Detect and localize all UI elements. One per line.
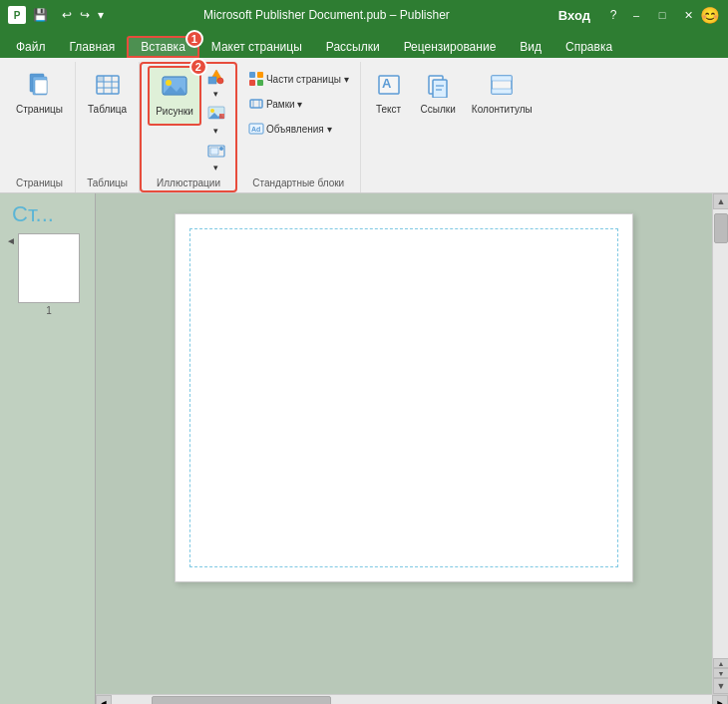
clipart-label: ▾ xyxy=(213,126,218,136)
ribbon-group-text: A Текст Ссылки xyxy=(361,62,545,192)
scroll-down-button[interactable]: ▼ xyxy=(713,678,728,694)
screenshot-button[interactable]: ▾ xyxy=(203,140,229,176)
save-button[interactable]: 💾 xyxy=(30,6,51,24)
undo-redo-group: ↩ ↪ ▾ xyxy=(59,6,107,24)
svg-text:A: A xyxy=(382,76,392,91)
links-label: Ссылки xyxy=(421,104,456,116)
text-group-items: A Текст Ссылки xyxy=(367,64,539,186)
scroll-small-up[interactable]: ▲ xyxy=(713,658,728,668)
border-label: Рамки ▾ xyxy=(266,99,303,110)
tab-home[interactable]: Главная xyxy=(58,36,128,58)
scroll-up-button[interactable]: ▲ xyxy=(713,193,728,209)
pages-group-label: Страницы xyxy=(16,176,63,190)
text-button[interactable]: A Текст xyxy=(367,64,411,124)
tab-insert[interactable]: Вставка 1 xyxy=(127,36,199,58)
picture-icon xyxy=(161,74,188,104)
svg-rect-40 xyxy=(492,89,512,94)
app-icon: P xyxy=(8,6,26,24)
page-1-thumbnail[interactable] xyxy=(18,233,80,303)
pages-label: Страницы xyxy=(16,104,63,116)
svg-rect-19 xyxy=(219,114,224,119)
svg-point-10 xyxy=(166,80,172,86)
parts-button[interactable]: Части страницы ▾ xyxy=(243,68,354,90)
scroll-right-button[interactable]: ► xyxy=(712,695,728,705)
scrollbar-track[interactable] xyxy=(713,209,728,658)
tab-file[interactable]: Файл xyxy=(4,36,58,58)
redo-button[interactable]: ↪ xyxy=(77,6,93,24)
headers-label: Колонтитулы xyxy=(472,104,533,116)
pictures-button[interactable]: Рисунки xyxy=(148,66,201,126)
pictures-label: Рисунки xyxy=(156,106,193,118)
undo-button[interactable]: ↩ xyxy=(59,6,75,24)
illustrations-group-label: Иллюстрации xyxy=(157,176,220,190)
headers-icon xyxy=(489,72,515,102)
svg-rect-21 xyxy=(210,148,218,155)
svg-point-17 xyxy=(210,109,214,113)
tab-view[interactable]: Вид xyxy=(508,36,553,58)
canvas-and-scrollbar: ▲ ▲ ▼ ▼ xyxy=(96,193,728,694)
illustrations-small-col: ▾ ▾ xyxy=(203,66,229,176)
border-button[interactable]: Рамки ▾ xyxy=(243,93,354,115)
pages-button[interactable]: Страницы xyxy=(10,64,69,124)
page-panel: Ст... ◄ 1 xyxy=(0,193,96,704)
tab-layout[interactable]: Макет страницы xyxy=(199,36,314,58)
hscroll-thumb[interactable] xyxy=(152,696,331,705)
svg-rect-39 xyxy=(492,76,512,81)
svg-rect-35 xyxy=(433,80,447,98)
blocks-group-items: Части страницы ▾ Рамки ▾ Ad Объявлен xyxy=(243,64,354,176)
window-controls: – □ ✕ xyxy=(624,5,700,25)
headers-button[interactable]: Колонтитулы xyxy=(466,64,539,124)
links-icon xyxy=(425,72,451,102)
feedback-smiley[interactable]: 😊 xyxy=(700,6,720,25)
scroll-left-button[interactable]: ◄ xyxy=(96,695,112,705)
pages-group-items: Страницы xyxy=(10,64,69,176)
app-name-button[interactable]: Вход xyxy=(546,8,602,23)
minimize-button[interactable]: – xyxy=(624,5,648,25)
tab-mailing[interactable]: Рассылки xyxy=(314,36,392,58)
table-icon xyxy=(95,72,121,102)
links-button[interactable]: Ссылки xyxy=(415,64,462,124)
advertising-icon: Ad xyxy=(248,121,264,137)
svg-rect-2 xyxy=(35,80,47,94)
svg-rect-23 xyxy=(249,72,255,78)
table-button[interactable]: Таблица xyxy=(82,64,133,124)
quick-access-dropdown[interactable]: ▾ xyxy=(95,6,107,24)
clipart-button[interactable]: ▾ xyxy=(203,103,229,139)
shapes-button[interactable]: ▾ xyxy=(203,66,229,102)
help-icon[interactable]: ? xyxy=(602,4,624,26)
page-thumbnail-wrapper: 1 xyxy=(18,233,80,316)
svg-rect-14 xyxy=(208,77,216,84)
titlebar: P 💾 ↩ ↪ ▾ Microsoft Publisher Document.p… xyxy=(0,0,728,30)
close-button[interactable]: ✕ xyxy=(676,5,700,25)
canvas-wrapper: ▲ ▲ ▼ ▼ ◄ ► xyxy=(96,193,728,704)
text-label: Текст xyxy=(376,104,401,116)
scroll-small-down[interactable]: ▼ xyxy=(713,668,728,678)
document-title: Microsoft Publisher Document.pub – Publi… xyxy=(107,8,546,22)
hscroll-track[interactable] xyxy=(112,695,712,705)
pictures-badge: 2 xyxy=(189,58,207,76)
svg-rect-27 xyxy=(250,100,262,108)
blocks-group-label: Стандартные блоки xyxy=(252,176,344,190)
titlebar-left: P 💾 ↩ ↪ ▾ xyxy=(8,6,107,24)
document-page[interactable] xyxy=(175,213,633,582)
parts-label: Части страницы ▾ xyxy=(266,74,349,85)
ribbon-tab-bar: Файл Главная Вставка 1 Макет страницы Ра… xyxy=(0,30,728,58)
screenshot-icon xyxy=(207,143,225,161)
text-icon: A xyxy=(376,72,402,102)
maximize-button[interactable]: □ xyxy=(650,5,674,25)
page-panel-title: Ст... xyxy=(4,197,91,231)
document-inner-frame xyxy=(189,228,618,567)
main-area: Ст... ◄ 1 ▲ ▲ ▼ xyxy=(0,193,728,704)
tab-help[interactable]: Справка xyxy=(553,36,624,58)
tab-review[interactable]: Рецензирование xyxy=(392,36,509,58)
border-icon xyxy=(248,96,264,112)
scrollbar-thumb[interactable] xyxy=(714,213,728,243)
page-arrow: ◄ xyxy=(6,235,16,246)
parts-icon xyxy=(248,71,264,87)
ribbon-group-illustrations: Рисунки 2 ▾ xyxy=(140,62,237,192)
pages-icon xyxy=(26,72,52,102)
advertising-button[interactable]: Ad Объявления ▾ xyxy=(243,118,354,140)
svg-rect-26 xyxy=(257,80,263,86)
pictures-btn-wrapper: Рисунки 2 xyxy=(148,66,201,126)
canvas-area[interactable] xyxy=(96,193,712,694)
